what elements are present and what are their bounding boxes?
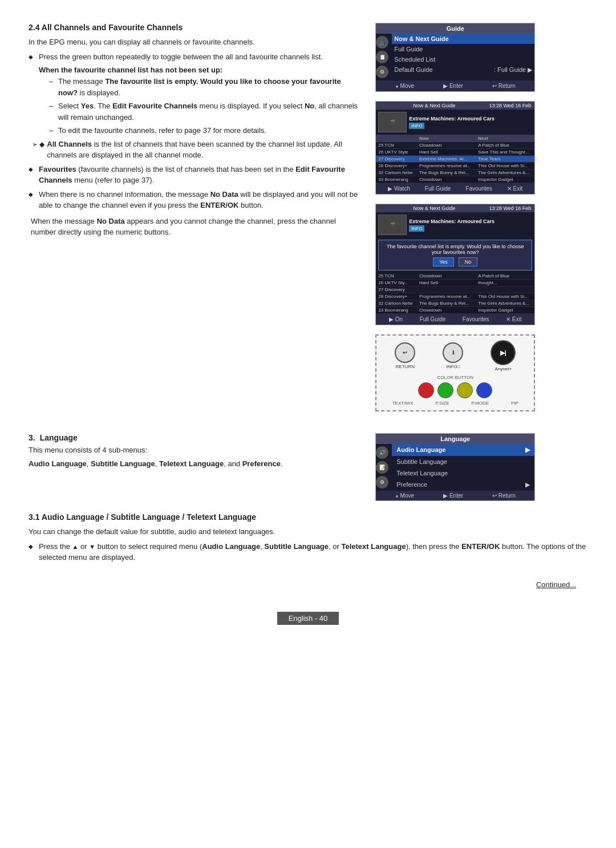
nn-ch: 27 Discovery	[376, 286, 417, 293]
nn-now: Closedown	[417, 176, 476, 183]
dash-list: The message The favourite list is empty.…	[39, 76, 358, 136]
dash-item-3: To edit the favourite channels, refer to…	[49, 125, 358, 136]
nn-next: thought...	[476, 280, 534, 286]
nn-date-1: 13:28 Wed 16 Feb	[489, 103, 531, 108]
guide-icons: 📺 📋 ⚙	[376, 34, 388, 80]
lang-icon-3: ⚙	[376, 476, 388, 488]
now-next-screenshot-2: Now & Next Guide 13:28 Wed 16 Feb 🎬 Extr…	[375, 204, 535, 325]
table-row: 25 TCN Closedown A Patch of Blue	[376, 273, 534, 280]
nn-thumb-1: 🎬	[378, 112, 407, 132]
nn-badge-1: INFO	[409, 123, 424, 129]
section24-intro: In the EPG menu, you can display all cha…	[29, 37, 358, 48]
nn-on: ▶ On	[389, 316, 403, 322]
nn-next: A Patch of Blue	[476, 142, 534, 149]
nn-thumb-2: 🎬	[378, 215, 407, 235]
page-number: English - 40	[277, 612, 339, 625]
nn-title-1: Now & Next Guide	[413, 103, 455, 108]
section3-submenus: Audio Language, Subtitle Language, Telet…	[29, 458, 358, 470]
table-row: 33 Boomerang Closedown Inspector Gadget	[376, 176, 534, 183]
nn-next: Inspector Gadget	[476, 176, 534, 183]
lang-item-4: Preference ▶	[392, 479, 534, 491]
nn-ch: 27 Discovery	[376, 156, 417, 163]
nn-featured-1: 🎬 Extreme Machines: Armoured Cars INFO	[376, 110, 534, 135]
nn-next: This Old House with Si...	[476, 293, 534, 300]
anynet-button[interactable]: ▶|	[491, 340, 516, 365]
nn-now: Programmes resume at...	[417, 293, 476, 300]
dialog-yes-button[interactable]: Yes	[433, 257, 454, 266]
nn-now: Closedown	[417, 273, 476, 280]
guide-footer-move: ⬧ Move	[395, 83, 414, 89]
guide-menu: Now & Next Guide Full Guide Scheduled Li…	[392, 34, 534, 80]
dialog-buttons: Yes No	[384, 257, 526, 266]
now-next-screenshot-1: Now & Next Guide 13:28 Wed 16 Feb 🎬 Extr…	[375, 101, 535, 195]
dash-item-2: Select Yes. The Edit Favourite Channels …	[49, 100, 358, 123]
guide-icon-2: 📋	[376, 51, 388, 63]
table-row: 28 Discovery+ Programmes resume at... Th…	[376, 293, 534, 300]
language-menu: Audio Language ▶ Subtitle Language Telet…	[392, 444, 534, 491]
section24-title: 2.4 All Channels and Favourite Channels	[29, 23, 358, 32]
nn-exit2: ✕ Exit	[506, 316, 521, 322]
nn-next: Inspector Gadget	[476, 307, 534, 314]
table-row: 27 Discovery Extreme Machines: Ar... Tim…	[376, 156, 534, 163]
nn-featured-2: 🎬 Extreme Machines: Armoured Cars INFO	[376, 212, 534, 237]
section24-layout: 2.4 All Channels and Favourite Channels …	[29, 23, 587, 416]
arrow-bullet-allchannels: ➢ ◆ All Channels is the list of channels…	[29, 139, 358, 161]
nn-now: Closedown	[417, 307, 476, 314]
guide-item-2: Full Guide	[392, 44, 534, 54]
nn-ch: 32 Cartoon Netw	[376, 169, 417, 176]
arrow-icon: ➢ ◆	[32, 139, 44, 150]
return-label: RETURN	[395, 364, 415, 369]
info-button[interactable]: ℹ	[443, 342, 463, 363]
guide-screenshot: Guide 📺 📋 ⚙ Now & Next Guide Full Guide …	[375, 23, 535, 92]
nn-featured-info-1: Extreme Machines: Armoured Cars INFO	[409, 116, 495, 129]
return-button[interactable]: ↩	[395, 342, 415, 363]
dialog-text: The favourite channel list is empty. Wou…	[384, 244, 526, 255]
nn-now: Programmes resume at...	[417, 163, 476, 169]
yellow-button[interactable]	[457, 382, 473, 398]
info-button-container: ℹ INFO□	[443, 342, 463, 369]
nn-next: This Old House with Si...	[476, 163, 534, 169]
audio-lang-label: Audio Language	[29, 459, 87, 468]
language-screenshot: Language 🔊 📝 ⚙ Audio Language ▶ Subtitl	[375, 433, 535, 501]
section24-bullets: Press the green button repeatedly to tog…	[29, 51, 358, 63]
dash-item-1: The message The favourite list is empty.…	[49, 76, 358, 98]
nn-next: The Grim Adventures &...	[476, 300, 534, 307]
guide-icon-3: ⚙	[376, 66, 388, 78]
language-icons: 🔊 📝 ⚙	[376, 444, 388, 491]
nodata-note: When the message No Data appears and you…	[31, 216, 358, 238]
nn-title-2: Now & Next Guide	[413, 205, 455, 211]
table-row: 32 Cartoon Netw The Bugs Bunny & Rel... …	[376, 169, 534, 176]
nn-ch: 26 UKTV Style	[376, 149, 417, 156]
page-content: 2.4 All Channels and Favourite Channels …	[29, 23, 587, 625]
remote-top-row: ↩ RETURN ℹ INFO□ ▶| Anynet+	[381, 340, 529, 371]
dialog-no-button[interactable]: No	[459, 257, 478, 266]
nn-favourites: Favourites	[465, 185, 492, 192]
lang-item-2-label: Subtitle Language	[396, 458, 447, 465]
nn-next: A Patch of Blue	[476, 273, 534, 280]
preference-label: Preference	[242, 459, 281, 468]
nn-table-1: Now Next 25 TCN Closedown A Patch of Blu…	[376, 135, 534, 183]
nn-now: The Bugs Bunny & Rel...	[417, 300, 476, 307]
label-pmode: P.MODE	[472, 401, 489, 406]
red-button[interactable]	[418, 382, 434, 398]
teletext-lang-label: Teletext Language	[159, 459, 224, 468]
lang-footer-return: ↩ Return	[492, 492, 516, 499]
green-button[interactable]	[437, 382, 453, 398]
nn-header-2: Now & Next Guide 13:28 Wed 16 Feb	[376, 204, 534, 212]
nn-favourites2: Favourites	[463, 316, 489, 322]
blue-button[interactable]	[476, 382, 492, 398]
nn-footer-1: ▶ Watch Full Guide Favourites ✕ Exit	[376, 183, 534, 194]
nn-exit: ✕ Exit	[507, 185, 522, 192]
info-label: INFO□	[443, 364, 463, 369]
table-row: 26 UKTV Style Hard Sell Save This and Th…	[376, 149, 534, 156]
section3-number: 3.	[29, 433, 35, 442]
nn-now: The Bugs Bunny & Rel...	[417, 169, 476, 176]
nn-date-2: 13:28 Wed 16 Feb	[489, 205, 531, 211]
lang-item-1-label: Audio Language	[396, 446, 445, 454]
color-button-label: COLOR BUTTON	[381, 375, 529, 380]
nn-next: Time Team	[476, 156, 534, 163]
remote-screenshot: ↩ RETURN ℹ INFO□ ▶| Anynet+ COLOR BUTTON	[375, 334, 535, 411]
nn-now: Hard Sell	[417, 149, 476, 156]
anynet-label: Anynet+	[491, 366, 516, 371]
guide-footer-enter: ▶ Enter	[443, 83, 463, 89]
